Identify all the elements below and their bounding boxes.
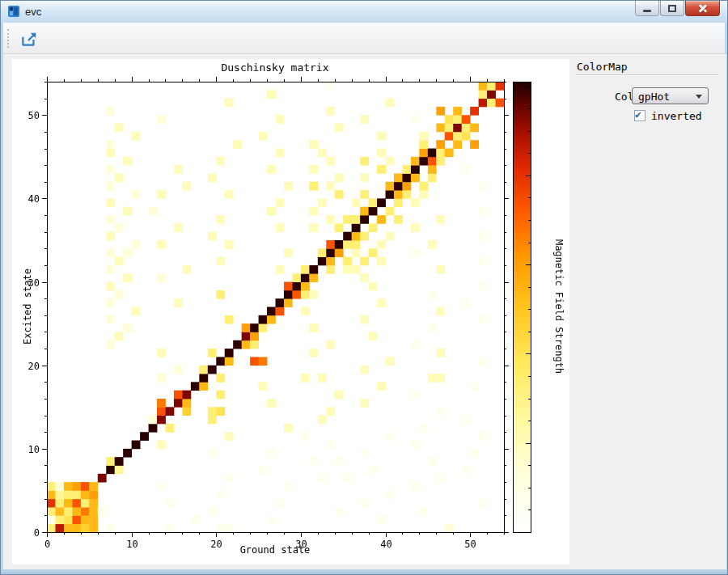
inverted-label[interactable]: inverted	[651, 110, 702, 122]
window-title: evc	[25, 6, 41, 18]
window-controls	[635, 1, 720, 16]
maximize-button[interactable]	[660, 1, 684, 16]
close-icon	[697, 2, 709, 14]
plot-title: Duschinsky matrix	[221, 61, 328, 74]
main-content: Duschinsky matrix Ground state Excited s…	[3, 54, 726, 570]
y-axis-label: Excited state	[22, 268, 33, 345]
title-bar[interactable]: evc	[1, 1, 727, 23]
toolbar-drag-handle[interactable]	[7, 29, 9, 48]
colormap-group-title: ColorMap	[575, 61, 718, 73]
group-divider	[575, 74, 718, 76]
inverted-checkbox[interactable]: ✔	[634, 110, 645, 121]
toolbar	[3, 23, 725, 54]
heatmap-canvas	[12, 59, 569, 564]
x-axis-label: Ground state	[240, 544, 311, 556]
export-button[interactable]	[17, 28, 41, 50]
check-icon: ✔	[635, 108, 641, 120]
window-bottom-edge	[1, 569, 727, 574]
export-arrow-icon	[19, 30, 39, 49]
chevron-down-icon	[696, 95, 702, 99]
colormap-panel: ColorMap ColorType gpHot ✔ inverted	[569, 54, 726, 570]
colortype-select[interactable]: gpHot	[632, 87, 709, 104]
maximize-icon	[668, 5, 676, 12]
close-button[interactable]	[685, 1, 720, 16]
minimize-icon	[643, 10, 651, 12]
app-icon	[7, 5, 20, 18]
plot-panel: Duschinsky matrix Ground state Excited s…	[12, 59, 569, 564]
minimize-button[interactable]	[635, 1, 659, 16]
colortype-value: gpHot	[638, 91, 670, 103]
colormap-group-header: ColorMap	[575, 61, 718, 76]
app-window: evc Duschins	[0, 0, 728, 575]
colorbar-label: Magnetic Field Strength	[553, 239, 565, 374]
